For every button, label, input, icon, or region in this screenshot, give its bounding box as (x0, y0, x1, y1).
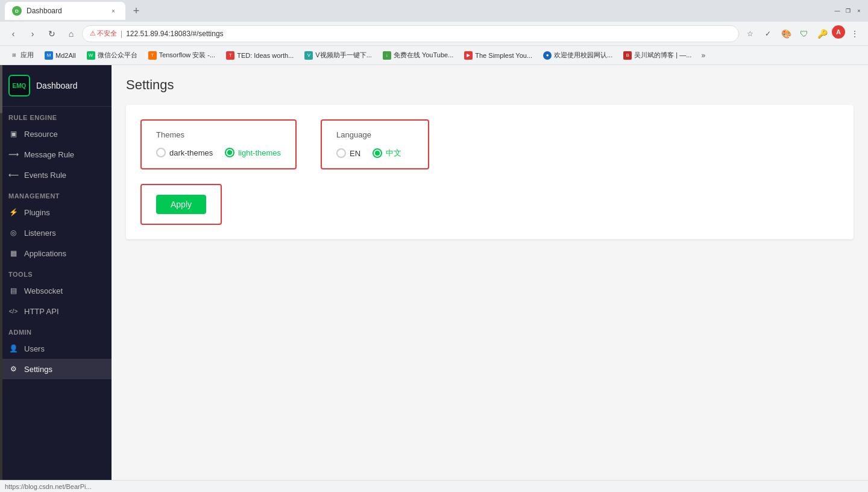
md2all-icon: M (45, 51, 53, 60)
bookmark-simplest-you[interactable]: ▶ The Simplest You... (459, 49, 537, 62)
themes-radio-group: dark-themes light-themes (156, 148, 281, 157)
settings-options-row: Themes dark-themes light-themes (140, 119, 839, 169)
apps-icon: ⊞ (10, 51, 18, 60)
bookmark-campus[interactable]: ● 欢迎使用校园网认... (538, 48, 617, 62)
content-area: Settings Themes dark-themes (112, 65, 868, 480)
apply-box: Apply (140, 184, 222, 225)
tools-section: TOOLS (0, 263, 112, 280)
en-radio[interactable] (336, 148, 346, 158)
sidebar-item-listeners[interactable]: ◎ Listeners (0, 222, 112, 243)
title-bar: D Dashboard × + — ❐ × (0, 0, 868, 22)
tab-title: Dashboard (27, 7, 104, 15)
tensorflow-icon: T (148, 51, 157, 60)
message-rule-icon: ⟿ (8, 150, 18, 159)
websocket-icon: ▤ (8, 286, 18, 295)
status-bar: https://blog.csdn.net/BearPi... (0, 480, 868, 492)
vvideo-icon: V (304, 51, 313, 60)
page-title: Settings (126, 77, 854, 93)
sidebar-item-message-rule[interactable]: ⟿ Message Rule (0, 144, 112, 165)
sidebar-item-resource[interactable]: ▣ Resource (0, 124, 112, 144)
bookmark-apps[interactable]: ⊞ 应用 (5, 48, 39, 62)
bookmark-youtube-dl[interactable]: ↓ 免费在线 YouTube... (378, 48, 458, 62)
settings-card: Themes dark-themes light-themes (126, 105, 854, 239)
bookmark-vvideo[interactable]: V V视频助手一键下... (300, 48, 377, 62)
sidebar-item-websocket[interactable]: ▤ Websocket (0, 280, 112, 301)
bookmark-ted[interactable]: T TED: Ideas worth... (221, 49, 298, 62)
admin-section: ADMIN (0, 321, 112, 338)
apply-button[interactable]: Apply (156, 195, 206, 214)
dark-themes-radio[interactable] (156, 148, 166, 157)
back-button[interactable]: ‹ (5, 25, 22, 42)
dark-themes-option[interactable]: dark-themes (156, 148, 213, 157)
management-section: MANAGEMENT (0, 185, 112, 202)
en-option[interactable]: EN (336, 148, 360, 158)
warning-icon: ⚠ (90, 30, 96, 37)
bookmark-md2all[interactable]: M Md2All (40, 49, 81, 62)
bookmarks-more-button[interactable]: » (697, 49, 709, 62)
bookmark-blog[interactable]: B 吴川斌的博客 | —... (618, 48, 696, 62)
tab-favicon: D (12, 6, 22, 16)
shield-icon[interactable]: 🛡 (796, 25, 813, 42)
url-display: 122.51.89.94:18083/#/settings (126, 30, 223, 38)
color-picker-button[interactable]: 🎨 (778, 25, 794, 42)
light-themes-option[interactable]: light-themes (225, 148, 281, 157)
rule-engine-section: Rule Engine (0, 107, 112, 124)
sidebar-item-applications[interactable]: ▦ Applications (0, 243, 112, 263)
sidebar: EMQ Dashboard Rule Engine ▣ Resource ⟿ M… (0, 65, 112, 379)
sidebar-item-events-rule[interactable]: ⟵ Events Rule (0, 165, 112, 185)
themes-title: Themes (156, 130, 281, 139)
plugins-icon: ⚡ (8, 207, 18, 217)
home-button[interactable]: ⌂ (63, 25, 80, 42)
tab-close-button[interactable]: × (108, 6, 118, 16)
simplest-you-icon: ▶ (464, 51, 473, 60)
youtube-dl-icon: ↓ (383, 51, 391, 60)
resource-icon: ▣ (8, 129, 18, 139)
bookmark-star-button[interactable]: ☆ (741, 25, 758, 42)
campus-icon: ● (543, 51, 552, 60)
logo-hex: EMQ (8, 75, 30, 96)
main-layout: EMQ Dashboard Rule Engine ▣ Resource ⟿ M… (0, 65, 868, 480)
logo-title: Dashboard (36, 81, 78, 90)
security-warning: ⚠ 不安全 (90, 29, 117, 38)
applications-icon: ▦ (8, 248, 18, 258)
sidebar-item-http-api[interactable]: </> HTTP API (0, 301, 112, 321)
language-title: Language (336, 130, 414, 139)
window-controls: — ❐ × (833, 7, 863, 15)
light-themes-radio[interactable] (225, 148, 234, 157)
close-button[interactable]: × (855, 7, 863, 15)
address-bar[interactable]: ⚠ 不安全 | 122.51.89.94:18083/#/settings (82, 25, 739, 42)
bookmark-tensorflow[interactable]: T Tensorflow 安装 -... (143, 48, 221, 62)
nav-action-buttons: ☆ ✓ 🎨 🛡 🔑 A ⋮ (741, 25, 863, 42)
http-api-icon: </> (8, 306, 18, 316)
themes-box: Themes dark-themes light-themes (140, 119, 297, 169)
blog-icon: B (623, 51, 632, 60)
reload-button[interactable]: ↻ (43, 25, 60, 42)
zh-option[interactable]: 中文 (373, 148, 401, 159)
navigation-bar: ‹ › ↻ ⌂ ⚠ 不安全 | 122.51.89.94:18083/#/set… (0, 22, 868, 46)
language-radio-group: EN 中文 (336, 148, 414, 159)
sidebar-item-users[interactable]: 👤 Users (0, 338, 112, 359)
sidebar-item-settings[interactable]: ⚙ Settings (0, 359, 112, 379)
new-tab-button[interactable]: + (128, 2, 145, 19)
browser-window: D Dashboard × + — ❐ × ‹ › ↻ ⌂ ⚠ 不安全 | 12… (0, 0, 868, 492)
sidebar-logo: EMQ Dashboard (0, 65, 112, 107)
sidebar-item-plugins[interactable]: ⚡ Plugins (0, 202, 112, 222)
chrome-sync-button[interactable]: ✓ (760, 25, 776, 42)
more-menu-button[interactable]: ⋮ (846, 25, 863, 42)
listeners-icon: ◎ (8, 228, 18, 238)
wechat-icon: W (87, 51, 95, 60)
zh-radio[interactable] (373, 148, 382, 158)
bookmark-wechat[interactable]: W 微信公众平台 (82, 48, 142, 62)
forward-button[interactable]: › (24, 25, 41, 42)
events-rule-icon: ⟵ (8, 170, 18, 180)
language-box: Language EN 中文 (321, 119, 429, 169)
settings-icon: ⚙ (8, 364, 18, 374)
browser-tab[interactable]: D Dashboard × (5, 2, 125, 20)
maximize-button[interactable]: ❐ (844, 7, 852, 15)
ted-icon: T (226, 51, 234, 60)
status-url: https://blog.csdn.net/BearPi... (5, 483, 92, 490)
key-icon[interactable]: 🔑 (814, 25, 831, 42)
profile-button[interactable]: A (832, 25, 845, 39)
bookmarks-bar: ⊞ 应用 M Md2All W 微信公众平台 T Tensorflow 安装 -… (0, 46, 868, 65)
minimize-button[interactable]: — (833, 7, 841, 15)
